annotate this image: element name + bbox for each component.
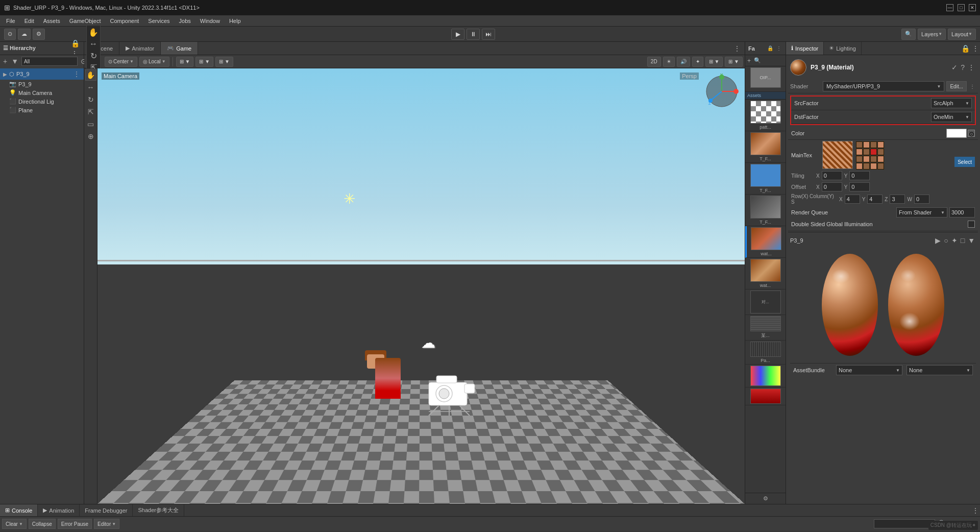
assets-item-tf2[interactable]: T_F... xyxy=(745,163,786,195)
snap-btn[interactable]: ⊞ ▼ xyxy=(195,57,213,67)
shader-options-icon[interactable]: ⋮ xyxy=(969,83,976,90)
assets-item-wat1[interactable]: wat... xyxy=(745,226,786,258)
assets-item-red[interactable] xyxy=(745,388,786,405)
menu-services[interactable]: Services xyxy=(144,17,174,25)
rotate-btn[interactable]: ↻ xyxy=(85,94,96,105)
transform-btn[interactable]: ⊕ xyxy=(85,131,96,142)
tab-game[interactable]: 🎮 Game xyxy=(161,42,198,55)
rowcol-w-input[interactable] xyxy=(914,195,929,204)
assetbundle-dropdown1[interactable]: None ▼ xyxy=(836,365,902,375)
material-help-icon[interactable]: ? xyxy=(960,62,966,72)
scene-lighting-btn[interactable]: ☀ xyxy=(663,57,675,67)
offset-x-input[interactable] xyxy=(822,182,842,191)
inspector-lock-icon[interactable]: 🔒 xyxy=(960,42,971,55)
toolbar-collab[interactable]: ☁ xyxy=(18,29,31,40)
hierarchy-search-input[interactable] xyxy=(21,57,78,66)
tab-animator[interactable]: ▶ Animator xyxy=(119,42,161,55)
menu-file[interactable]: File xyxy=(2,17,19,25)
rowcol-z-input[interactable] xyxy=(890,195,905,204)
assets-search-icon[interactable]: 🔍 xyxy=(753,56,762,65)
play-button[interactable]: ▶ xyxy=(451,29,464,40)
preview-more-icon[interactable]: ▼ xyxy=(967,235,976,246)
hierarchy-item-p3_9[interactable]: ▶ ⬡ P3_9 ⋮ xyxy=(0,68,84,80)
assets-item-wat2[interactable]: wat... xyxy=(745,258,786,289)
local-global-btn[interactable]: ◎ Local ▼ xyxy=(139,57,169,67)
preview-play-icon[interactable]: ▶ xyxy=(934,235,942,246)
tab-lighting[interactable]: ☀ Lighting xyxy=(824,42,862,55)
tab-animation[interactable]: ▶ Animation xyxy=(38,504,80,516)
inspector-menu-icon[interactable]: ⋮ xyxy=(971,42,980,55)
hierarchy-search-icon[interactable]: ▼ xyxy=(10,56,19,66)
rect-btn[interactable]: ▭ xyxy=(85,118,96,130)
rotate-tool-icon[interactable]: ↻ xyxy=(88,50,99,61)
scene-gizmos-btn[interactable]: ⊞ ▼ xyxy=(725,57,743,67)
preview-sphere-icon[interactable]: ○ xyxy=(943,235,949,246)
hierarchy-item-directional-light[interactable]: 💡 Main Camera xyxy=(6,88,84,97)
assets-item-oip[interactable]: OIP... xyxy=(745,66,786,92)
move-tool-icon[interactable]: ↔ xyxy=(88,38,99,50)
menu-gameobject[interactable]: GameObject xyxy=(65,17,105,25)
console-menu-icon[interactable]: ⋮ xyxy=(971,504,980,516)
scene-hidden-btn[interactable]: ⊞ ▼ xyxy=(705,57,723,67)
grid-btn[interactable]: ⊞ ▼ xyxy=(176,57,194,67)
material-enabled-icon[interactable]: ✓ xyxy=(950,62,959,72)
rowcol-x-input[interactable] xyxy=(845,195,860,204)
search-icon-btn[interactable]: 🔍 xyxy=(901,29,916,40)
preview-light-icon[interactable]: ✦ xyxy=(950,235,959,246)
step-button[interactable]: ⏭ xyxy=(482,29,495,40)
minimize-button[interactable]: — xyxy=(946,4,953,11)
hand-tool-icon[interactable]: ✋ xyxy=(88,27,99,38)
collapse-button[interactable]: Collapse xyxy=(29,519,56,529)
scene-fx-btn[interactable]: ✦ xyxy=(692,57,703,67)
title-bar-controls[interactable]: — □ ✕ xyxy=(946,4,976,11)
double-sided-toggle[interactable] xyxy=(968,221,975,228)
assets-add-icon[interactable]: + xyxy=(746,56,752,65)
assets-item-tf3[interactable]: T_F... xyxy=(745,195,786,226)
dst-factor-dropdown[interactable]: OneMin ▼ xyxy=(931,112,972,122)
hierarchy-lock-icon[interactable]: 🔒 xyxy=(70,38,81,49)
assets-item-pa[interactable]: Pa... xyxy=(745,341,786,365)
tab-shader-ref[interactable]: Shader参考大全 xyxy=(133,504,184,516)
menu-help[interactable]: Help xyxy=(225,17,245,25)
hierarchy-add-icon[interactable]: + xyxy=(2,56,8,66)
assets-item-tf1[interactable]: T_F... xyxy=(745,131,786,163)
tab-inspector[interactable]: ℹ Inspector xyxy=(786,42,824,55)
hierarchy-item-plane[interactable]: ⬛ Directional Lig xyxy=(6,97,84,106)
pause-button[interactable]: ⏸ xyxy=(467,29,480,40)
pivot-center-btn[interactable]: ⊙ Center ▼ xyxy=(105,57,137,67)
scale-btn[interactable]: ⇱ xyxy=(85,106,96,117)
scene-audio-btn[interactable]: 🔊 xyxy=(677,57,690,67)
assets-item-colorgrid[interactable] xyxy=(745,365,786,388)
tiling-y-input[interactable] xyxy=(849,171,870,180)
toolbar-pivot[interactable]: ⊙ xyxy=(4,29,16,40)
toolbar-settings[interactable]: ⚙ xyxy=(33,29,45,40)
assets-lock-icon[interactable]: 🔒 xyxy=(766,44,774,52)
tab-console[interactable]: ⊞ Console xyxy=(0,504,38,516)
color-picker-icon[interactable]: ⊙ xyxy=(968,130,975,137)
rowcol-y-input[interactable] xyxy=(867,195,883,204)
shader-edit-button[interactable]: Edit... xyxy=(946,81,967,91)
move-btn[interactable]: ↔ xyxy=(85,82,96,93)
menu-edit[interactable]: Edit xyxy=(20,17,38,25)
offset-y-input[interactable] xyxy=(849,182,870,191)
render-queue-dropdown[interactable]: From Shader ▼ xyxy=(896,207,947,217)
menu-assets[interactable]: Assets xyxy=(39,17,64,25)
color-swatch[interactable] xyxy=(946,129,967,138)
error-pause-button[interactable]: Error Pause xyxy=(58,519,92,529)
item-menu-icon[interactable]: ⋮ xyxy=(72,69,81,79)
assets-item-mou[interactable]: 某... xyxy=(745,315,786,341)
tab-frame-debugger[interactable]: Frame Debugger xyxy=(80,504,133,516)
clear-button[interactable]: Clear ▼ xyxy=(2,519,27,529)
render-queue-value-input[interactable] xyxy=(949,207,975,217)
hand-tool-btn[interactable]: ✋ xyxy=(85,69,96,81)
hierarchy-item-main-camera[interactable]: 📷 P3_9 xyxy=(6,80,84,88)
maintex-select-button[interactable]: Select xyxy=(954,157,975,167)
editor-dropdown-button[interactable]: Editor ▼ xyxy=(94,519,119,529)
src-factor-dropdown[interactable]: SrcAlph ▼ xyxy=(931,98,972,108)
layout-dropdown[interactable]: Layout ▼ xyxy=(948,29,976,40)
assets-menu-icon[interactable]: ⋮ xyxy=(775,44,782,52)
assets-item-pattern[interactable]: patt... xyxy=(745,100,786,131)
maximize-button[interactable]: □ xyxy=(958,4,965,11)
scene-menu-icon[interactable]: ⋮ xyxy=(732,43,742,54)
preview-bg-icon[interactable]: □ xyxy=(960,235,966,246)
